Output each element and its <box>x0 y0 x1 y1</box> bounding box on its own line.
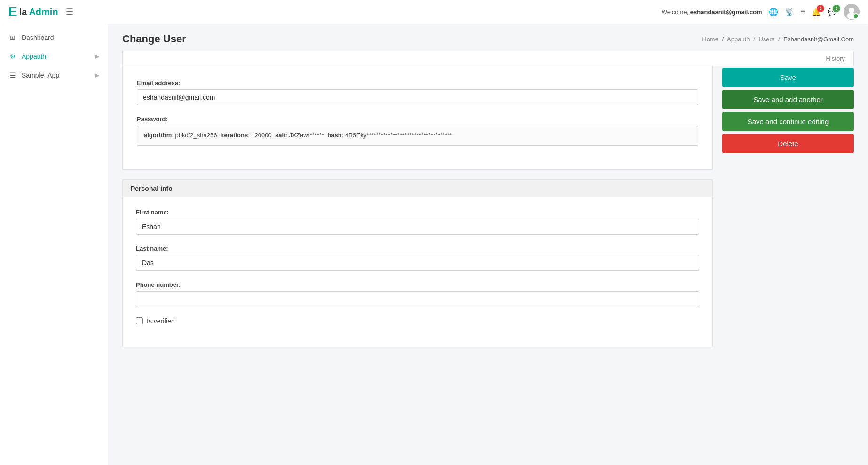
first-name-row: First name: <box>136 209 699 235</box>
action-buttons: Save Save and add another Save and conti… <box>722 68 854 153</box>
breadcrumb-users[interactable]: Users <box>758 36 774 43</box>
chevron-sampleapp-icon: ▶ <box>95 72 99 79</box>
breadcrumb-home[interactable]: Home <box>702 36 718 43</box>
password-info: algorithm: pbkdf2_sha256 iterations: 120… <box>137 126 698 146</box>
credentials-form-card: Email address: Password: algorithm: pbkd… <box>122 66 713 170</box>
page-title: Change User <box>122 33 186 45</box>
delete-button[interactable]: Delete <box>722 134 854 153</box>
globe-icon[interactable]: 🌐 <box>769 8 778 16</box>
layout: ⊞ Dashboard ⚙ Appauth ▶ ☰ Sample_App ▶ C… <box>0 24 868 465</box>
sidebar-item-sampleapp[interactable]: ☰ Sample_App ▶ <box>0 66 108 85</box>
last-name-row: Last name: <box>136 245 699 271</box>
breadcrumb: Home / Appauth / Users / Eshandasnit@Gma… <box>702 36 854 43</box>
logo-e: E <box>8 4 17 19</box>
hamburger-icon[interactable]: ☰ <box>66 7 73 17</box>
first-name-input[interactable] <box>136 219 699 235</box>
email-row: Email address: <box>137 79 698 105</box>
is-verified-row: Is verified <box>136 317 699 325</box>
topbar-right: Welcome, eshandasnit@gmail.com 🌐 📡 ≡ 🔔 3… <box>662 4 860 20</box>
sidebar-label-dashboard: Dashboard <box>22 34 54 41</box>
save-button[interactable]: Save <box>722 68 854 87</box>
chevron-appauth-icon: ▶ <box>95 53 99 60</box>
page-header: Change User Home / Appauth / Users / Esh… <box>122 33 854 45</box>
sidebar-item-dashboard[interactable]: ⊞ Dashboard <box>0 28 108 47</box>
dashboard-icon: ⊞ <box>8 33 17 42</box>
logo: E la Admin <box>8 4 58 19</box>
sampleapp-icon: ☰ <box>8 71 17 79</box>
is-verified-checkbox[interactable] <box>136 317 143 324</box>
svg-point-2 <box>847 13 856 19</box>
list-icon[interactable]: ≡ <box>801 8 805 16</box>
main-content: Change User Home / Appauth / Users / Esh… <box>108 24 868 465</box>
is-verified-label: Is verified <box>147 317 175 325</box>
action-buttons-panel: Save Save and add another Save and conti… <box>722 66 854 153</box>
password-label: Password: <box>137 116 698 123</box>
svg-point-1 <box>849 8 854 13</box>
email-input[interactable] <box>137 89 698 105</box>
phone-row: Phone number: <box>136 281 699 307</box>
breadcrumb-current: Eshandasnit@Gmail.Com <box>783 36 854 43</box>
phone-input[interactable] <box>136 291 699 307</box>
last-name-label: Last name: <box>136 245 699 252</box>
rss-icon[interactable]: 📡 <box>785 8 794 16</box>
sidebar: ⊞ Dashboard ⚙ Appauth ▶ ☰ Sample_App ▶ <box>0 24 108 465</box>
logo-admin: Admin <box>29 7 58 17</box>
sidebar-label-appauth: Appauth <box>22 53 46 60</box>
msg-badge: 0 <box>833 5 840 12</box>
first-name-label: First name: <box>136 209 699 216</box>
topbar-left: E la Admin ☰ <box>8 4 73 19</box>
topbar: E la Admin ☰ Welcome, eshandasnit@gmail.… <box>0 0 868 24</box>
breadcrumb-appauth[interactable]: Appauth <box>727 36 750 43</box>
password-row: Password: algorithm: pbkdf2_sha256 itera… <box>137 116 698 146</box>
save-add-button[interactable]: Save and add another <box>722 90 854 109</box>
sidebar-label-sampleapp: Sample_App <box>22 71 59 79</box>
content-left: Email address: Password: algorithm: pbkd… <box>122 66 713 356</box>
sidebar-item-appauth[interactable]: ⚙ Appauth ▶ <box>0 47 108 66</box>
message-icon[interactable]: 💬 0 <box>828 8 837 16</box>
avatar[interactable] <box>844 4 860 20</box>
welcome-text: Welcome, eshandasnit@gmail.com <box>662 8 762 16</box>
save-continue-button[interactable]: Save and continue editing <box>722 112 854 131</box>
history-bar[interactable]: History <box>122 51 854 66</box>
email-label: Email address: <box>137 79 698 87</box>
phone-label: Phone number: <box>136 281 699 288</box>
bell-icon[interactable]: 🔔 3 <box>812 8 821 16</box>
last-name-input[interactable] <box>136 255 699 271</box>
personal-info-body: First name: Last name: Phone number: <box>123 197 712 347</box>
personal-info-card: Personal info First name: Last name: Pho… <box>122 179 713 347</box>
personal-info-header: Personal info <box>123 180 712 197</box>
content-with-actions: Email address: Password: algorithm: pbkd… <box>122 66 854 356</box>
is-verified-checkbox-row: Is verified <box>136 317 699 325</box>
appauth-icon: ⚙ <box>8 52 17 61</box>
logo-ela: la <box>19 7 27 17</box>
bell-badge: 3 <box>817 5 824 12</box>
